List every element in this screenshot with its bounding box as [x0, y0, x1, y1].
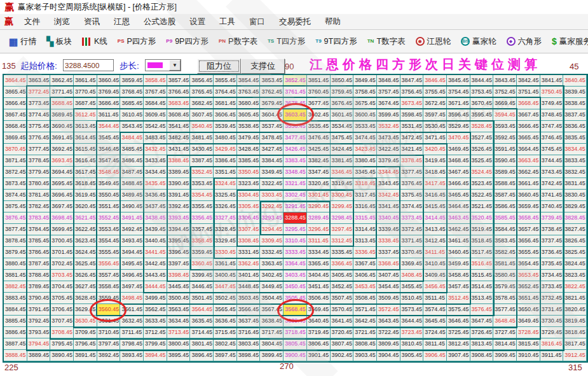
- price-cell[interactable]: 3697.45: [50, 201, 74, 212]
- price-cell[interactable]: 3434.45: [144, 167, 167, 178]
- price-cell[interactable]: 3509.45: [377, 293, 400, 304]
- price-cell[interactable]: 3587.45: [493, 190, 517, 201]
- price-cell[interactable]: 3869.45: [4, 132, 27, 144]
- price-cell[interactable]: 3649.45: [517, 316, 540, 327]
- price-cell[interactable]: 3329.45: [214, 235, 237, 247]
- price-cell[interactable]: 3775.45: [27, 121, 51, 132]
- price-cell[interactable]: 3851.45: [307, 75, 331, 87]
- price-cell[interactable]: 3767.45: [144, 87, 167, 98]
- price-cell[interactable]: 3598.45: [400, 109, 424, 121]
- price-cell[interactable]: 3840.45: [563, 75, 587, 87]
- price-cell[interactable]: 3724.45: [423, 327, 447, 338]
- price-cell[interactable]: 3429.45: [214, 144, 237, 155]
- price-cell[interactable]: 3420.45: [423, 144, 447, 155]
- price-cell[interactable]: 3890.45: [50, 350, 74, 361]
- price-cell[interactable]: 3738.45: [540, 224, 564, 235]
- price-cell[interactable]: 3492.45: [120, 224, 144, 235]
- price-cell[interactable]: 3339.45: [377, 224, 400, 235]
- price-cell[interactable]: 3550.45: [97, 190, 121, 201]
- price-cell[interactable]: 3590.45: [493, 155, 517, 167]
- price-cell[interactable]: 3462.45: [447, 224, 470, 235]
- price-cell[interactable]: 3347.45: [307, 167, 331, 178]
- price-cell[interactable]: 3634.45: [167, 316, 191, 327]
- price-cell[interactable]: 3880.45: [4, 258, 27, 270]
- price-cell[interactable]: 3726.45: [470, 327, 494, 338]
- price-cell[interactable]: 3902.45: [331, 350, 354, 361]
- price-cell[interactable]: 3396.45: [167, 247, 191, 258]
- price-cell[interactable]: 3491.45: [120, 212, 144, 224]
- price-cell[interactable]: 3672.45: [423, 98, 447, 109]
- price-cell[interactable]: 3448.45: [237, 281, 261, 293]
- price-cell[interactable]: 3546.45: [97, 144, 121, 155]
- price-cell[interactable]: 3796.45: [74, 338, 97, 350]
- price-cell[interactable]: 3437.45: [144, 201, 167, 212]
- price-cell[interactable]: 3802.45: [214, 338, 237, 350]
- price-cell[interactable]: 3516.45: [470, 258, 494, 270]
- price-cell[interactable]: 3768.45: [120, 87, 144, 98]
- price-cell[interactable]: 3501.45: [190, 293, 214, 304]
- price-cell[interactable]: 3740.45: [540, 201, 564, 212]
- price-cell[interactable]: 3572.45: [377, 304, 400, 316]
- price-cell[interactable]: 3292.45: [260, 201, 284, 212]
- price-cell[interactable]: 3839.45: [563, 87, 587, 98]
- price-cell[interactable]: 3333.45: [284, 247, 307, 258]
- price-cell[interactable]: 3569.45: [307, 304, 331, 316]
- price-cell[interactable]: 3725.45: [447, 327, 470, 338]
- price-cell[interactable]: 3599.45: [377, 109, 400, 121]
- price-cell[interactable]: 3601.45: [331, 109, 354, 121]
- price-cell[interactable]: 3338.45: [377, 235, 400, 247]
- price-cell[interactable]: 3584.45: [493, 224, 517, 235]
- price-cell[interactable]: 3711.45: [120, 327, 144, 338]
- price-cell[interactable]: 3742.45: [540, 178, 564, 190]
- price-cell[interactable]: 3761.45: [284, 87, 307, 98]
- price-cell[interactable]: 3375.45: [400, 190, 424, 201]
- price-cell[interactable]: 3579.45: [493, 281, 517, 293]
- price-cell[interactable]: 3327.45: [214, 212, 237, 224]
- price-cell[interactable]: 3735.45: [540, 258, 564, 270]
- price-cell[interactable]: 3466.45: [447, 178, 470, 190]
- price-cell[interactable]: 3762.45: [260, 87, 284, 98]
- price-cell[interactable]: 3695.45: [50, 178, 74, 190]
- price-cell[interactable]: 3544.45: [97, 121, 121, 132]
- price-cell[interactable]: 3361.45: [214, 258, 237, 270]
- price-cell[interactable]: 3797.45: [97, 338, 121, 350]
- price-cell[interactable]: 3736.45: [540, 247, 564, 258]
- price-cell[interactable]: 3638.45: [260, 316, 284, 327]
- price-cell[interactable]: 3727.45: [493, 327, 517, 338]
- price-cell[interactable]: 3562.45: [144, 304, 167, 316]
- price-cell[interactable]: 3620.45: [74, 201, 97, 212]
- price-cell[interactable]: 3558.45: [97, 281, 121, 293]
- price-cell[interactable]: 3348.45: [284, 167, 307, 178]
- price-cell[interactable]: 3409.45: [423, 270, 447, 281]
- price-cell[interactable]: 3575.45: [447, 304, 470, 316]
- price-cell[interactable]: 3502.45: [214, 293, 237, 304]
- price-cell[interactable]: 3488.45: [120, 178, 144, 190]
- price-cell[interactable]: 3631.45: [97, 316, 121, 327]
- price-cell[interactable]: 3875.45: [4, 201, 27, 212]
- price-cell[interactable]: 3566.45: [237, 304, 261, 316]
- price-cell[interactable]: 3658.45: [517, 212, 540, 224]
- price-cell[interactable]: 3359.45: [190, 247, 214, 258]
- price-cell[interactable]: 3793.45: [27, 327, 51, 338]
- price-cell[interactable]: 3366.45: [331, 258, 354, 270]
- price-cell[interactable]: 3432.45: [144, 144, 167, 155]
- price-cell[interactable]: 3888.45: [4, 350, 27, 361]
- price-cell[interactable]: 3898.45: [237, 350, 261, 361]
- price-cell[interactable]: 3316.45: [353, 201, 377, 212]
- price-cell[interactable]: 3295.45: [284, 224, 307, 235]
- price-cell[interactable]: 3470.45: [447, 132, 470, 144]
- price-cell[interactable]: 3621.45: [74, 212, 97, 224]
- price-cell[interactable]: 3552.45: [97, 212, 121, 224]
- price-cell[interactable]: 3478.45: [260, 132, 284, 144]
- price-cell[interactable]: 3663.45: [517, 155, 540, 167]
- price-cell[interactable]: 3712.45: [144, 327, 167, 338]
- price-cell[interactable]: 3696.45: [50, 190, 74, 201]
- price-cell[interactable]: 3627.45: [74, 281, 97, 293]
- price-cell[interactable]: 3824.45: [563, 258, 587, 270]
- price-cell[interactable]: 3655.45: [517, 247, 540, 258]
- price-cell[interactable]: 3794.45: [27, 338, 51, 350]
- price-cell[interactable]: 3899.45: [260, 350, 284, 361]
- price-cell[interactable]: 3567.45: [260, 304, 284, 316]
- price-cell[interactable]: 3830.45: [563, 190, 587, 201]
- price-cell[interactable]: 3557.45: [97, 270, 121, 281]
